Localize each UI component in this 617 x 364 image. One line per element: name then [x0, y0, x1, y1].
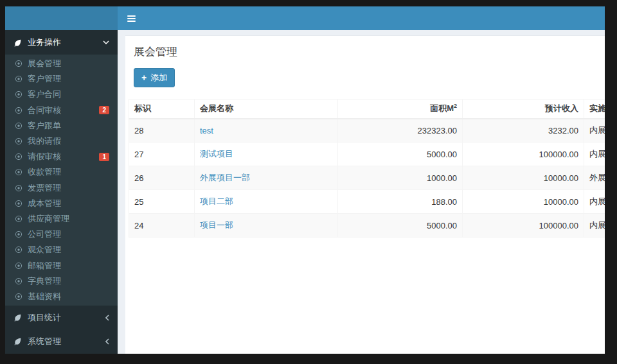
revenue-cell: 100000.00: [463, 143, 584, 166]
exhibition-name-link[interactable]: 外展项目一部: [200, 173, 250, 182]
sidebar-section-project-stats[interactable]: 项目统计: [5, 306, 118, 329]
dept-cell: 外展项目: [584, 166, 605, 190]
chevron-left-icon: [105, 338, 109, 345]
sidebar-section-label: 项目统计: [28, 312, 61, 324]
exhibition-id-cell: 24: [129, 214, 195, 238]
circle-dot-icon: [15, 168, 22, 176]
logo-area: [5, 6, 118, 30]
sidebar: 业务操作 展会管理 客户管理 客: [5, 30, 118, 354]
circle-dot-icon: [15, 107, 22, 114]
circle-dot-icon: [15, 91, 22, 98]
chevron-down-icon: [103, 40, 109, 44]
notification-badge: 2: [99, 106, 109, 114]
circle-dot-icon: [15, 75, 22, 83]
sidebar-item-payment-mgmt[interactable]: 收款管理: [5, 164, 118, 180]
exhibition-table: 标识 会展名称 面积M2 预计收入 实施部门 28 test 2: [129, 99, 605, 238]
circle-dot-icon: [15, 262, 22, 270]
chevron-left-icon: [105, 315, 109, 321]
revenue-cell: 10000.00: [463, 190, 584, 214]
leaf-icon: [13, 39, 22, 47]
navbar: [118, 6, 605, 30]
app-window: 业务操作 展会管理 客户管理 客: [5, 6, 605, 354]
exhibition-name-link[interactable]: 项目二部: [200, 196, 233, 206]
sidebar-item-company-mgmt[interactable]: 公司管理: [5, 227, 118, 242]
sidebar-item-audience-mgmt[interactable]: 观众管理: [5, 242, 118, 257]
screenshot-frame: 业务操作 展会管理 客户管理 客: [0, 0, 617, 364]
column-header-area: 面积M2: [338, 100, 463, 119]
page-title: 展会管理: [125, 36, 605, 59]
sidebar-item-basic-data[interactable]: 基础资料: [5, 289, 118, 304]
add-button-label: 添加: [150, 72, 167, 83]
leaf-icon: [13, 313, 22, 322]
table-header-row: 标识 会展名称 面积M2 预计收入 实施部门: [129, 100, 605, 119]
area-cell: 5000.00: [338, 214, 463, 238]
circle-dot-icon: [15, 184, 22, 192]
column-header-id: 标识: [129, 100, 195, 119]
sidebar-section-system-mgmt[interactable]: 系统管理: [5, 329, 118, 353]
sidebar-item-leave-review[interactable]: 请假审核 1: [5, 149, 118, 164]
circle-dot-icon: [15, 122, 22, 130]
circle-dot-icon: [15, 215, 22, 223]
revenue-cell: 3232.00: [463, 119, 584, 143]
sidebar-section-label: 系统管理: [28, 336, 61, 347]
exhibition-id-cell: 25: [129, 190, 195, 214]
area-cell: 5000.00: [338, 143, 463, 166]
circle-dot-icon: [15, 293, 22, 300]
circle-dot-icon: [15, 137, 22, 145]
circle-dot-icon: [15, 200, 22, 207]
revenue-cell: 10000.00: [463, 166, 584, 190]
sidebar-section-business[interactable]: 业务操作: [5, 30, 118, 55]
exhibition-id-cell: 28: [129, 119, 195, 143]
area-cell: 1000.00: [338, 166, 463, 190]
table-row: 25 项目二部 188.00 10000.00 内展项目: [129, 190, 605, 214]
area-cell: 232323.00: [338, 119, 463, 143]
table-row: 27 测试项目 5000.00 100000.00 内展项目: [129, 143, 605, 166]
table-row: 26 外展项目一部 1000.00 10000.00 外展项目: [129, 166, 605, 190]
table-row: 28 test 232323.00 3232.00 内展项目: [129, 119, 605, 143]
dept-cell: 内展项目: [584, 143, 605, 166]
circle-dot-icon: [15, 60, 22, 67]
exhibition-id-cell: 26: [129, 166, 195, 190]
leaf-icon: [13, 337, 22, 345]
sidebar-item-mailbox-mgmt[interactable]: 邮箱管理: [5, 257, 118, 273]
add-button[interactable]: + 添加: [134, 68, 175, 87]
hamburger-menu-icon[interactable]: [124, 12, 139, 25]
circle-dot-icon: [15, 153, 22, 160]
column-header-revenue: 预计收入: [463, 100, 584, 119]
sidebar-section-label: 业务操作: [28, 37, 61, 48]
sidebar-item-invoice-mgmt[interactable]: 发票管理: [5, 180, 118, 196]
sidebar-item-customer-mgmt[interactable]: 客户管理: [5, 71, 118, 87]
sidebar-item-my-leave[interactable]: 我的请假: [5, 134, 118, 149]
sidebar-item-supplier-mgmt[interactable]: 供应商管理: [5, 211, 118, 227]
notification-badge: 1: [99, 153, 109, 161]
sidebar-item-customer-followup[interactable]: 客户跟单: [5, 118, 118, 134]
content-box: 展会管理 + 添加 标: [125, 35, 605, 354]
circle-dot-icon: [15, 277, 22, 285]
revenue-cell: 100000.00: [463, 214, 584, 238]
dept-cell: 内展项目: [584, 119, 605, 143]
table-row: 24 项目一部 5000.00 100000.00 内展项目: [129, 214, 605, 238]
exhibition-name-link[interactable]: 测试项目: [200, 149, 233, 159]
exhibition-name-link[interactable]: 项目一部: [200, 220, 233, 230]
dept-cell: 内展项目: [584, 190, 605, 214]
sidebar-item-cost-mgmt[interactable]: 成本管理: [5, 196, 118, 211]
circle-dot-icon: [15, 230, 22, 238]
sidebar-submenu: 展会管理 客户管理 客户合同 合同审核 2: [5, 55, 118, 306]
main-content: 展会管理 + 添加 标: [118, 30, 605, 354]
sidebar-item-contract-review[interactable]: 合同审核 2: [5, 103, 118, 118]
dept-cell: 内展项目: [584, 214, 605, 238]
plus-icon: +: [141, 73, 147, 83]
column-header-dept: 实施部门: [584, 100, 605, 119]
sidebar-item-dictionary-mgmt[interactable]: 字典管理: [5, 273, 118, 289]
sidebar-item-exhibition-mgmt[interactable]: 展会管理: [5, 56, 118, 71]
sidebar-item-customer-contract[interactable]: 客户合同: [5, 87, 118, 102]
top-bar: [5, 6, 605, 30]
circle-dot-icon: [15, 246, 22, 254]
area-cell: 188.00: [338, 190, 463, 214]
column-header-name: 会展名称: [195, 100, 338, 119]
exhibition-name-link[interactable]: test: [200, 126, 213, 135]
exhibition-id-cell: 27: [129, 143, 195, 166]
